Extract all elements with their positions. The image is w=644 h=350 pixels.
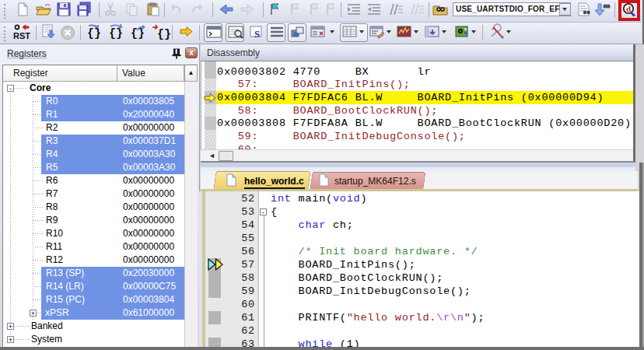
svg-text:{}: {} (157, 28, 171, 41)
svg-text:{}: {} (87, 27, 101, 40)
svg-text:{}: {} (109, 27, 123, 40)
svg-text:S: S (254, 28, 260, 40)
svg-text:RST: RST (13, 31, 30, 40)
